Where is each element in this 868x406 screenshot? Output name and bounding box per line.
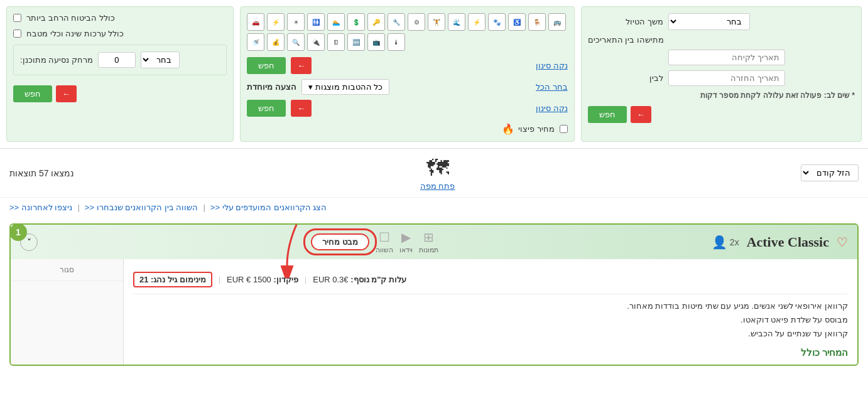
amenity-icon-21[interactable]: 🔌	[307, 33, 325, 51]
compare-action[interactable]: ☐ השווה	[376, 230, 393, 254]
amenity-icon-9[interactable]: 🔧	[388, 13, 405, 31]
amenity-icon-20[interactable]: 🗓	[327, 33, 345, 51]
card-actions: ⊞ תמונות ▶ וידאו ☐ השווה מבט מחיר	[311, 230, 438, 254]
amenity-icon-7[interactable]: 🏋	[428, 13, 445, 31]
amenity-icon-11[interactable]: 💲	[347, 13, 365, 31]
extra-km-label: עלות ק"מ נוסף:	[350, 275, 406, 284]
deposit-label: פיקדון:	[273, 275, 298, 284]
amenity-icon-24[interactable]: 🚿	[247, 33, 264, 51]
right-back-button[interactable]: ←	[56, 85, 77, 102]
card-title-area: 2x 👤 Active Classic ♡	[712, 234, 848, 250]
map-area[interactable]: 🗺 פתח מפה	[420, 155, 455, 191]
card-main: מינימום גיל נהג: 21 | פיקדון: EUR € 1500…	[124, 259, 857, 365]
amenity-icon-22[interactable]: 🔍	[287, 33, 305, 51]
panel-middle: 🚌 🪑 ♿ 🐾 ⚡ 🌊 🏋 ⚙ 🔧 🔑 💲 🏊 🚻 ☀ ⚡ 🚗 🌡 📺	[240, 6, 574, 142]
insurance-checkbox[interactable]	[13, 14, 21, 22]
extra-km-value: EUR 0.3€	[313, 275, 348, 284]
persons-info: 2x 👤	[712, 235, 739, 250]
price-fix-checkbox[interactable]	[560, 125, 568, 133]
amenity-icon-18[interactable]: 📺	[367, 33, 385, 51]
compare-label: השווה	[376, 246, 393, 254]
left-note: * שים לב: פעולה זאת עלולה לקחת מספר דקות	[588, 91, 855, 100]
middle-back-button-1[interactable]: ←	[291, 57, 312, 74]
results-count: נמצאו 57 תוצאות	[9, 168, 74, 178]
note-text: * שים לב: פעולה זאת עלולה לקחת מספר דקות	[700, 91, 855, 100]
right-search-button[interactable]: חפש	[13, 85, 52, 102]
amenity-icon-3[interactable]: ♿	[508, 13, 526, 31]
total-price-link[interactable]: המחיר כולל	[133, 347, 848, 358]
person-icon: 👤	[712, 235, 727, 250]
photos-label: תמונות	[419, 246, 438, 254]
heart-icon[interactable]: ♡	[837, 235, 848, 250]
trip-type-select[interactable]: בחר	[668, 13, 750, 30]
panel-right: כולל הביטוח הרחב ביותר כולל ערכות שינה ו…	[6, 6, 234, 142]
amenity-icon-6[interactable]: 🌊	[448, 13, 465, 31]
price-view-button[interactable]: מבט מחיר	[311, 233, 369, 250]
date-from-row	[588, 50, 855, 65]
kitchen-checkbox-row: כולל ערכות שינה וכלי מטבח	[13, 29, 227, 38]
amenity-icon-4[interactable]: 🐾	[488, 13, 506, 31]
description-block: קרוואן אירופאי לשני אנשים. מגיע עם שתי מ…	[133, 299, 848, 341]
compare-icon: ☐	[379, 230, 390, 245]
date-from-input[interactable]	[668, 50, 785, 65]
card-badge-number: 1	[9, 223, 27, 241]
amenity-icon-23[interactable]: 💰	[267, 33, 285, 51]
amenity-icon-1[interactable]: 🚌	[548, 13, 566, 31]
desc-line-1: קרוואן אירופאי לשני אנשים. מגיע עם שתי מ…	[133, 299, 848, 313]
kitchen-checkbox[interactable]	[13, 29, 21, 38]
distance-row: מרחק נסיעה מתוכנן: בחר	[13, 45, 227, 75]
distance-unit-select[interactable]: בחר	[141, 51, 180, 68]
special-offer-row: הצעה מיוחדת כל ההטבות מוצגות ▾ בחר הכל	[247, 79, 567, 95]
video-icon: ▶	[401, 230, 411, 245]
date-to-input[interactable]	[668, 70, 785, 86]
amenity-icon-14[interactable]: ☀	[287, 13, 305, 31]
deposit-item: פיקדון: EUR € 1500	[227, 275, 298, 284]
amenity-icon-5[interactable]: ⚡	[468, 13, 486, 31]
amenity-icon-13[interactable]: 🚻	[307, 13, 325, 31]
amenity-icon-19[interactable]: 🆕	[347, 33, 365, 51]
clear-filter-link-1[interactable]: נקה סינון	[536, 61, 568, 70]
result-card: 1 ˅ ⊞ תמונות ▶ וידאו ☐ השווה	[9, 223, 859, 366]
card-header: ˅ ⊞ תמונות ▶ וידאו ☐ השווה מבט מחיר	[11, 225, 857, 259]
kitchen-label: כולל ערכות שינה וכלי מטבח	[26, 29, 124, 38]
photos-action[interactable]: ⊞ תמונות	[419, 230, 438, 254]
details-row: מינימום גיל נהג: 21 | פיקדון: EUR € 1500…	[133, 265, 848, 294]
amenity-icon-8[interactable]: ⚙	[408, 13, 425, 31]
left-btn-row: חפש ←	[588, 106, 855, 123]
highlight-btn-wrapper: מבט מחיר	[311, 233, 369, 250]
middle-search-row-1: חפש ← נקה סינון	[247, 57, 567, 74]
video-action[interactable]: ▶ וידאו	[399, 230, 413, 254]
middle-search-button-1[interactable]: חפש	[247, 57, 286, 74]
compare-link[interactable]: השווה בין הקרוואנים שנבחרו <<	[85, 203, 198, 212]
deposit-value: EUR € 1500	[227, 275, 271, 284]
nav-sep-2: |	[198, 203, 210, 212]
amenity-icon-12[interactable]: 🏊	[327, 13, 345, 31]
middle-search-button-2[interactable]: חפש	[247, 100, 286, 117]
sort-select[interactable]: הזל קודם	[801, 164, 859, 181]
amenity-icon-10[interactable]: 🔑	[367, 13, 385, 31]
chevron-down-icon: ▾	[308, 82, 313, 92]
amenity-icon-2[interactable]: 🪑	[528, 13, 546, 31]
right-panel-btn-row: חפש ←	[13, 85, 227, 102]
favorites-link[interactable]: הצג הקרוואנים המועדפים עלי <<	[210, 203, 327, 212]
dates-row: מתישהו בין התאריכים	[588, 35, 855, 45]
map-link[interactable]: פתח מפה	[420, 181, 455, 191]
amenity-icon-17[interactable]: 🌡	[388, 33, 405, 51]
middle-back-button-2[interactable]: ←	[291, 100, 312, 117]
left-back-button[interactable]: ←	[631, 106, 651, 123]
page-wrapper: כולל הביטוח הרחב ביותר כולל ערכות שינה ו…	[0, 0, 868, 406]
extra-km-item: עלות ק"מ נוסף: EUR 0.3€	[313, 275, 406, 284]
price-fix-label: מחיר פיצוי 🔥	[502, 123, 555, 135]
insurance-checkbox-row: כולל הביטוח הרחב ביותר	[13, 13, 227, 23]
amenity-icon-15[interactable]: ⚡	[267, 13, 285, 31]
left-search-button[interactable]: חפש	[588, 106, 627, 123]
last-viewed-link[interactable]: ניצפו לאחרונה <<	[9, 203, 72, 212]
photos-icon: ⊞	[423, 230, 434, 245]
clear-filter-link-2[interactable]: נקה סינון	[536, 104, 568, 113]
distance-input[interactable]	[98, 52, 136, 68]
video-label: וידאו	[399, 246, 413, 254]
select-all-link[interactable]: בחר הכל	[536, 82, 568, 92]
dates-label: מתישהו בין התאריכים	[588, 35, 664, 45]
all-offers-dropdown[interactable]: כל ההטבות מוצגות ▾	[301, 79, 389, 95]
amenity-icon-16[interactable]: 🚗	[247, 13, 264, 31]
